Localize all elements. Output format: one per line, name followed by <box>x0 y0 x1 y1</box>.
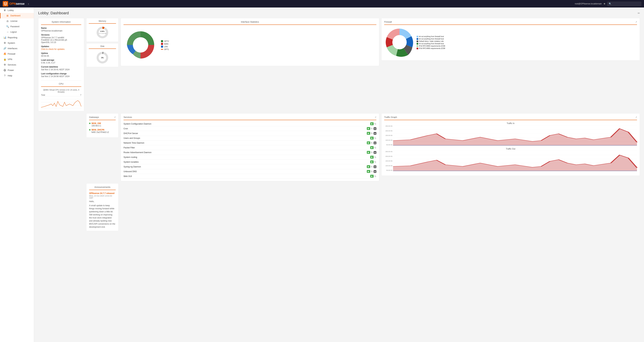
logo-icon <box>3 1 8 6</box>
service-row-3: Users and Groups ▶ ↻ <box>124 136 376 141</box>
service-stop-4[interactable]: ■ <box>374 142 376 144</box>
service-play-2[interactable]: ▶ <box>367 132 370 135</box>
service-play-7[interactable]: ▶ <box>370 156 374 159</box>
service-play-9[interactable]: ▶ <box>367 165 370 168</box>
service-reload-6[interactable]: ↻ <box>371 151 373 154</box>
update-link[interactable]: Click to check for updates. <box>41 48 81 50</box>
lan-color <box>161 46 163 48</box>
service-play-0[interactable]: ▶ <box>370 122 374 125</box>
service-stop-2[interactable]: ■ <box>374 132 376 135</box>
sidebar-help-label: Help <box>8 74 12 77</box>
dashboard-icon: ⊞ <box>6 14 9 17</box>
memory-donut: 9.56% 776 / 8133 MB <box>89 25 116 40</box>
traffic-external-icon[interactable]: ↗ <box>635 116 637 118</box>
lan-label: LAN <box>164 46 168 48</box>
service-reload-4[interactable]: ↻ <box>371 142 373 144</box>
sidebar-item-help[interactable]: ? Help <box>0 73 34 78</box>
services-external-icon[interactable]: ↗ <box>375 116 376 118</box>
sidebar-item-password[interactable]: 🔍 Password <box>0 24 34 29</box>
sidebar-item-firewall[interactable]: 🔥 Firewall <box>0 51 34 56</box>
service-stop-6[interactable]: ■ <box>374 151 376 154</box>
firewall-card: Firewall ↗ <box>381 18 640 61</box>
gateway-1: WAN_DHCP6 fe80::2a2:ff:feb2:c2 <box>89 129 116 133</box>
system-icon: ⚙ <box>3 41 6 44</box>
service-reload-9[interactable]: ↻ <box>371 166 373 168</box>
memory-title: Memory <box>89 20 116 24</box>
sidebar-item-reporting[interactable]: 📊 Reporting <box>0 35 34 40</box>
service-play-10[interactable]: ▶ <box>367 170 370 173</box>
sysinfo-uptime-value: 00:54:35 <box>41 55 81 57</box>
service-reload-1[interactable]: ↻ <box>371 127 373 130</box>
sidebar-interfaces-label: Interfaces <box>8 47 18 50</box>
interface-stats-card: Interface Statistics <box>120 18 379 66</box>
service-reload-8[interactable]: ↻ <box>374 161 376 163</box>
fw-label-2: Default deny / state violation rule <box>419 40 444 42</box>
sidebar-item-interfaces[interactable]: 🔗 Interfaces <box>0 46 34 51</box>
collapse-icon[interactable]: ‹ <box>28 2 29 5</box>
announcement-post: OPNsense 24.7.7 released Wed, 23 Oct 202… <box>89 192 116 228</box>
svg-point-12 <box>133 37 148 53</box>
service-actions-7: ▶ ↻ <box>370 156 376 159</box>
service-play-1[interactable]: ▶ <box>367 127 370 130</box>
service-reload-3[interactable]: ↻ <box>374 137 376 140</box>
service-play-6[interactable]: ▶ <box>367 151 370 154</box>
services-card: Services ↗ System Configuration Daemon ▶… <box>120 113 379 181</box>
fw-legend-5: IPv6 RFC4890 requirements (ICMI <box>416 47 445 49</box>
traffic-title: Traffic Graph <box>384 116 397 118</box>
service-name-11: Web GUI <box>124 175 370 177</box>
service-play-4[interactable]: ▶ <box>367 141 370 144</box>
service-stop-10[interactable]: ■ <box>374 170 376 173</box>
firewall-external-icon[interactable]: ↗ <box>635 21 637 23</box>
sysinfo-version1: OPNsense 24.7.7-amd64 <box>41 36 81 39</box>
sidebar-item-system[interactable]: ⚙ System <box>0 40 34 46</box>
service-actions-2: ▶ ↻ ■ <box>367 132 376 135</box>
service-play-11[interactable]: ▶ <box>370 175 374 178</box>
gw-name-text-0: WAN_GW <box>92 122 101 125</box>
main-content: Lobby: Dashboard ✏ System Information Na… <box>34 7 644 342</box>
sidebar-item-power[interactable]: ⏻ Power <box>0 67 34 73</box>
vpn-icon: 🔒 <box>3 58 6 61</box>
search-box[interactable]: 🔍 <box>607 2 641 6</box>
service-play-8[interactable]: ▶ <box>370 161 374 163</box>
fw-label-1: let out anything from firewall host <box>419 38 444 40</box>
sidebar-item-services[interactable]: ⚙ Services <box>0 62 34 67</box>
service-play-3[interactable]: ▶ <box>370 137 374 140</box>
opt1-color <box>161 49 163 50</box>
edit-icon[interactable]: ✏ <box>638 11 640 15</box>
sidebar-item-license[interactable]: ⚖ License <box>0 18 34 24</box>
service-reload-10[interactable]: ↻ <box>371 170 373 173</box>
service-actions-0: ▶ ↻ <box>370 122 376 125</box>
service-reload-2[interactable]: ↻ <box>371 132 373 135</box>
sidebar-item-lobby[interactable]: 🖥 Lobby <box>0 7 34 13</box>
service-actions-10: ▶ ↻ ■ <box>367 170 376 173</box>
service-name-6: Router Advertisement Daemon <box>124 151 367 154</box>
gw-dot-0 <box>89 123 90 124</box>
fw-legend-1: let out anything from firewall host <box>416 38 445 40</box>
service-play-5[interactable]: ▶ <box>370 146 374 149</box>
search-icon: 🔍 <box>609 2 612 5</box>
service-actions-6: ▶ ↻ ■ <box>367 151 376 154</box>
service-reload-7[interactable]: ↻ <box>374 156 376 159</box>
service-stop-1[interactable]: ■ <box>374 127 376 130</box>
service-stop-9[interactable]: ■ <box>374 166 376 168</box>
service-row-10: Unbound DNS ▶ ↻ ■ <box>124 169 376 174</box>
sidebar-item-vpn[interactable]: 🔒 VPN <box>0 56 34 62</box>
fw-color-0 <box>416 36 418 37</box>
service-name-9: Syslog-ng Daemon <box>124 166 367 168</box>
disk-card: Disk 3% <box>86 43 118 67</box>
search-input[interactable] <box>612 2 640 5</box>
sidebar-item-dashboard[interactable]: ⊞ Dashboard <box>0 13 34 18</box>
sidebar-item-logout[interactable]: → Logout <box>0 29 34 35</box>
service-actions-5: ▶ ↻ <box>370 146 376 149</box>
service-reload-5[interactable]: ↻ <box>374 146 376 149</box>
gw-ip-1: fe80::2a2:ff:feb2:c2 <box>89 131 116 133</box>
power-icon: ⏻ <box>3 69 6 71</box>
help-icon: ? <box>3 74 6 77</box>
service-reload-0[interactable]: ↻ <box>374 123 376 125</box>
traffic-in-section: Traffic In 250.00 Kb 200.00 Kb 150.00 Kb… <box>384 122 637 146</box>
service-name-10: Unbound DNS <box>124 170 367 173</box>
service-reload-11[interactable]: ↻ <box>374 175 376 178</box>
firewall-title: Firewall <box>384 20 392 23</box>
gateways-external-icon[interactable]: ↗ <box>114 116 116 118</box>
sysinfo-name-label: Name <box>41 27 81 29</box>
